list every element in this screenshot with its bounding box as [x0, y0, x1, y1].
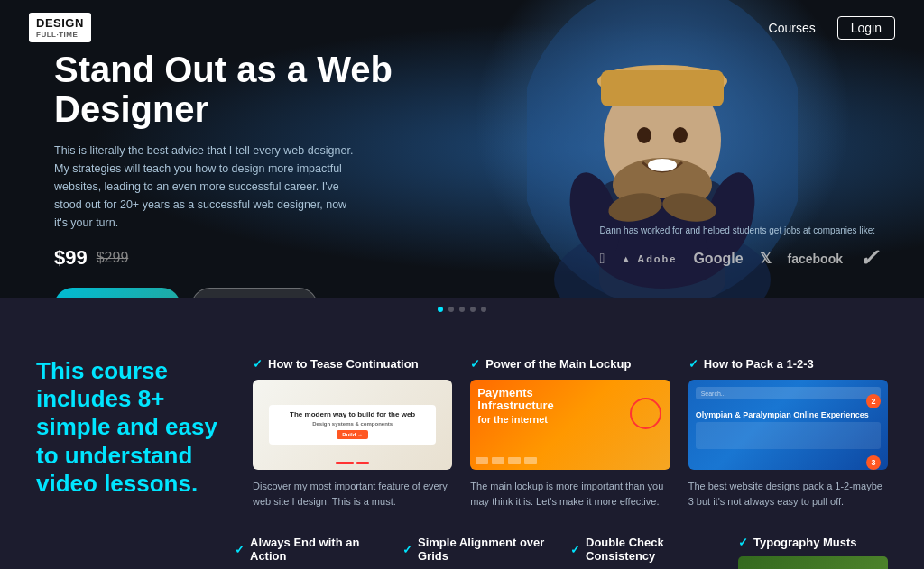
bottom-lesson-2-title: ✓ Simple Alignment over Grids	[402, 536, 552, 563]
badge-2: 2	[866, 394, 881, 408]
hero-content: Stand Out as a Web Designer This is lite…	[54, 50, 433, 298]
bottom-lesson-4: ✓ Typography Musts keep life organized a…	[738, 536, 888, 569]
bottom-lesson-3-title: ✓ Double Check Consistency	[570, 536, 720, 563]
check-icon-3: ✓	[688, 357, 698, 371]
companies-section: Dann has worked for and helped students …	[599, 225, 879, 272]
check-icon-2: ✓	[470, 357, 480, 371]
bottom-lessons-grid: ✓ Always End with an Action Welcome to y…	[235, 536, 888, 569]
dot-1	[448, 307, 454, 312]
course-section: This course includes 8+ simple and easy …	[0, 321, 924, 536]
dot-4	[481, 307, 486, 312]
lesson-2-title: ✓ Power of the Main Lockup	[470, 357, 670, 371]
logo-design: DESIGN	[36, 16, 84, 31]
svg-point-8	[673, 127, 688, 143]
lesson-1-thumb-content: The modern way to build for the web Desi…	[253, 380, 452, 470]
bottom-lesson-4-title: ✓ Typography Musts	[738, 536, 888, 549]
price-row: $99 $299	[54, 246, 433, 270]
annotation-circle	[630, 398, 661, 429]
nav-links: Courses Login	[769, 16, 895, 40]
hero-title: Stand Out as a Web Designer	[54, 50, 433, 129]
lesson-1-desc: Discover my most important feature of ev…	[253, 479, 452, 509]
svg-rect-5	[601, 70, 724, 106]
google-logo: Google	[693, 251, 743, 267]
slide-indicators	[0, 298, 924, 321]
badge-3: 3	[866, 455, 881, 470]
dot-2	[459, 307, 465, 312]
lesson-2-desc: The main lockup is more important than y…	[470, 479, 670, 509]
lesson-card-2: ✓ Power of the Main Lockup PaymentsInfra…	[470, 357, 670, 509]
cta-buttons: Buy Course Watch Intro	[54, 288, 433, 298]
logo-fulltime: FULL·TIME	[36, 31, 84, 40]
thumb-1-indicators	[253, 462, 452, 464]
companies-label: Dann has worked for and helped students …	[599, 225, 879, 235]
nav-courses[interactable]: Courses	[769, 21, 816, 35]
dot-3	[470, 307, 476, 312]
dot-active	[438, 307, 443, 312]
lesson-3-thumb-content: Search... Olympian & Paralympian Online …	[688, 387, 888, 470]
navigation: DESIGN FULL·TIME Courses Login	[0, 0, 924, 55]
lesson-3-thumb: Search... Olympian & Paralympian Online …	[688, 380, 888, 470]
lesson-card-3: ✓ How to Pack a 1-2-3 Search... Olympian…	[688, 357, 888, 509]
apple-logo: 	[599, 251, 605, 267]
lesson-1-thumb: The modern way to build for the web Desi…	[253, 380, 452, 470]
buy-course-button[interactable]: Buy Course	[54, 288, 180, 298]
twitter-logo: 𝕏	[760, 250, 772, 267]
companies-logos:  ▲ Adobe Google 𝕏 facebook ✓	[599, 244, 879, 272]
svg-point-9	[648, 159, 677, 171]
mockup-1: The modern way to build for the web Desi…	[269, 405, 436, 445]
logo: DESIGN FULL·TIME	[29, 13, 91, 42]
bottom-lesson-1: ✓ Always End with an Action Welcome to y…	[235, 536, 384, 569]
check-icon-b4: ✓	[738, 536, 748, 549]
bottom-thumb-4: keep life organized and work moving — al…	[738, 556, 888, 569]
lesson-3-title: ✓ How to Pack a 1-2-3	[688, 357, 888, 371]
lesson-1-title: ✓ How to Tease Continuation	[253, 357, 452, 371]
bottom-lesson-3: ✓ Double Check Consistency IMAGINE A PLA…	[570, 536, 720, 569]
course-tagline: This course includes 8+ simple and easy …	[36, 357, 226, 498]
check-icon-b1: ✓	[235, 543, 245, 556]
price-original: $299	[97, 250, 129, 266]
course-tagline-text: This course includes 8+ simple and easy …	[36, 357, 226, 498]
adobe-logo: ▲ Adobe	[621, 253, 677, 264]
nike-logo: ✓	[859, 244, 879, 272]
check-icon-b2: ✓	[402, 543, 412, 556]
lesson-3-desc: The best website designs pack a 1-2-mayb…	[688, 479, 888, 509]
price-current: $99	[54, 246, 88, 270]
check-icon-1: ✓	[253, 357, 263, 371]
nav-login[interactable]: Login	[837, 16, 895, 40]
watch-intro-button[interactable]: Watch Intro	[191, 288, 318, 298]
hero-description: This is literally the best advice that I…	[54, 142, 361, 232]
facebook-logo: facebook	[788, 252, 843, 266]
bottom-lesson-2: ✓ Simple Alignment over Grids Grid	[402, 536, 552, 569]
lesson-2-thumb: PaymentsInfrastructurefor the internet	[470, 380, 670, 470]
svg-point-7	[637, 127, 651, 143]
spacer	[36, 536, 217, 569]
check-icon-b3: ✓	[570, 543, 580, 556]
bottom-lesson-1-title: ✓ Always End with an Action	[235, 536, 384, 563]
bottom-logos	[476, 457, 537, 464]
lessons-grid: ✓ How to Tease Continuation The modern w…	[253, 357, 888, 509]
lesson-card-1: ✓ How to Tease Continuation The modern w…	[253, 357, 452, 509]
bottom-lessons: ✓ Always End with an Action Welcome to y…	[0, 536, 924, 569]
